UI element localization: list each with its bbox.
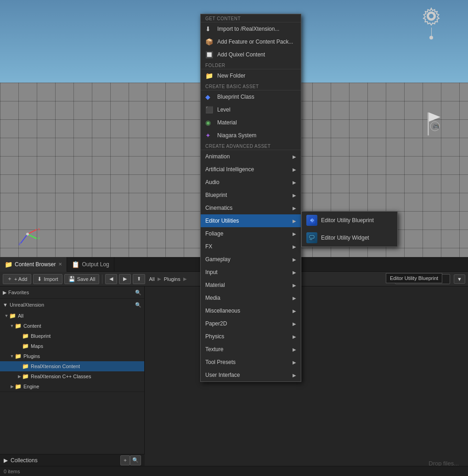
eu-blueprint-icon	[306, 215, 317, 226]
menu-item-add-quixel[interactable]: 🔲 Add Quixel Content	[201, 48, 301, 61]
nav-forward-button[interactable]: ▶	[119, 274, 131, 284]
tooltip: Editor Utility Blueprint	[386, 273, 442, 283]
context-menu: GET CONTENT ⬇ Import to /RealXtension...…	[200, 14, 301, 382]
import-button[interactable]: ⬇ Import	[33, 274, 62, 284]
submenu: Editor Utility Blueprint Editor Utility …	[301, 211, 398, 247]
collections-search-button[interactable]: 🔍	[130, 455, 141, 465]
menu-item-miscellaneous[interactable]: Miscellaneous ▶	[201, 304, 301, 317]
add-button[interactable]: ＋ + Add	[3, 274, 31, 284]
menu-item-add-quixel-label: Add Quixel Content	[217, 51, 265, 58]
animation-arrow: ▶	[293, 154, 296, 159]
menu-item-fx[interactable]: FX ▶	[201, 240, 301, 253]
menu-item-niagara[interactable]: ✦ Niagara System	[201, 129, 301, 142]
menu-item-animation[interactable]: Animation ▶	[201, 150, 301, 163]
import-icon: ⬇	[37, 276, 42, 282]
menu-item-user-interface-label: User Interface	[205, 372, 240, 378]
svg-line-6	[21, 234, 28, 243]
tree-item-realxtension-content[interactable]: 📁 RealXtension Content	[0, 361, 144, 371]
menu-item-editor-utilities[interactable]: Editor Utilities ▶	[201, 214, 301, 227]
svg-text:Y: Y	[38, 236, 40, 241]
tree-item-plugins[interactable]: ▼ 📁 Plugins	[0, 351, 144, 361]
import-content-icon: ⬇	[205, 25, 214, 33]
section-basic-asset: CREATE BASIC ASSET	[201, 82, 301, 90]
menu-item-media-label: Media	[205, 295, 220, 301]
menu-item-add-feature[interactable]: 📦 Add Feature or Content Pack...	[201, 35, 301, 48]
collections-add-button[interactable]: ＋	[120, 455, 130, 465]
svg-text:X: X	[38, 227, 40, 231]
nav-back-button[interactable]: ◀	[105, 274, 117, 284]
tree-item-blueprint[interactable]: 📁 Blueprint	[0, 331, 144, 341]
texture-arrow: ▶	[293, 347, 296, 352]
unrealxtension-search-icon[interactable]: 🔍	[135, 302, 141, 308]
menu-item-texture[interactable]: Texture ▶	[201, 343, 301, 356]
menu-item-user-interface[interactable]: User Interface ▶	[201, 369, 301, 381]
menu-item-material-adv-label: Material	[205, 282, 225, 288]
menu-item-audio-label: Audio	[205, 179, 220, 185]
menu-item-input[interactable]: Input ▶	[201, 266, 301, 279]
output-log-tab-icon: 📋	[72, 261, 79, 268]
filter-dropdown[interactable]: ▼	[454, 274, 465, 284]
content-browser-tab-close[interactable]: ✕	[58, 262, 62, 267]
tree-label-content: Content	[23, 323, 41, 329]
section-get-content: GET CONTENT	[201, 14, 301, 22]
svg-line-5	[28, 234, 37, 239]
tree-label-realxtension-cpp: RealXtension C++ Classes	[31, 374, 91, 379]
tree-item-engine[interactable]: ▶ 📁 Engine	[0, 381, 144, 392]
tree-item-maps[interactable]: 📁 Maps	[0, 341, 144, 351]
menu-item-audio[interactable]: Audio ▶	[201, 176, 301, 189]
section-advanced-asset: CREATE ADVANCED ASSET	[201, 142, 301, 150]
menu-item-new-folder[interactable]: 📁 New Folder	[201, 69, 301, 82]
favorites-collapse-icon: ▶	[3, 290, 6, 296]
menu-item-blueprint-class[interactable]: ◆ Blueprint Class	[201, 90, 301, 103]
menu-item-niagara-label: Niagara System	[217, 132, 256, 139]
menu-item-material-adv[interactable]: Material ▶	[201, 279, 301, 291]
tree-label-engine: Engine	[23, 384, 39, 389]
menu-item-foliage-label: Foliage	[205, 230, 223, 237]
tree-item-content[interactable]: ▼ 📁 Content	[0, 321, 144, 331]
tree-item-all[interactable]: ▼ 📁 All	[0, 311, 144, 321]
menu-item-tool-presets-label: Tool Presets	[205, 359, 236, 365]
nav-up-button[interactable]: ⬆	[133, 274, 145, 284]
status-bar: 0 items	[0, 466, 468, 476]
physics-arrow: ▶	[293, 334, 296, 339]
import-label: Import	[44, 276, 58, 282]
folder-icon-plugins: 📁	[15, 353, 22, 359]
favorites-header[interactable]: ▶ Favorites 🔍	[0, 286, 144, 298]
menu-item-tool-presets[interactable]: Tool Presets ▶	[201, 356, 301, 369]
eu-blueprint-label: Editor Utility Blueprint	[321, 217, 374, 224]
submenu-item-eu-blueprint[interactable]: Editor Utility Blueprint	[302, 212, 397, 229]
collections-expand-icon[interactable]: ▶	[4, 457, 8, 464]
menu-item-blueprint-adv-label: Blueprint	[205, 192, 227, 198]
submenu-item-eu-widget[interactable]: Editor Utility Widget	[302, 229, 397, 246]
menu-item-blueprint-adv[interactable]: Blueprint ▶	[201, 189, 301, 202]
menu-item-physics[interactable]: Physics ▶	[201, 330, 301, 343]
unrealxtension-header[interactable]: ▼ UnrealXtension 🔍	[0, 299, 144, 311]
tab-content-browser[interactable]: 📁 Content Browser ✕	[0, 257, 67, 272]
menu-item-material[interactable]: ◉ Material	[201, 116, 301, 129]
cinematics-arrow: ▶	[293, 206, 296, 211]
save-all-button[interactable]: 💾 Save All	[64, 274, 100, 284]
input-arrow: ▶	[293, 270, 296, 275]
menu-item-new-folder-label: New Folder	[217, 73, 245, 79]
editor-utilities-arrow: ▶	[293, 218, 296, 224]
menu-item-paper2d-label: Paper2D	[205, 320, 227, 327]
tree-arrow-content: ▼	[9, 324, 15, 328]
tree-item-realxtension-cpp[interactable]: ▶ 📁 RealXtension C++ Classes	[0, 371, 144, 381]
breadcrumb-plugins[interactable]: Plugins	[162, 275, 182, 283]
menu-item-paper2d[interactable]: Paper2D ▶	[201, 317, 301, 330]
folder-icon-engine: 📁	[15, 383, 22, 390]
favorites-search-icon[interactable]: 🔍	[135, 290, 141, 296]
menu-item-level[interactable]: ⬛ Level	[201, 103, 301, 116]
gear-icon	[417, 5, 445, 41]
menu-item-foliage[interactable]: Foliage ▶	[201, 227, 301, 240]
menu-item-media[interactable]: Media ▶	[201, 291, 301, 304]
menu-item-gameplay[interactable]: Gameplay ▶	[201, 253, 301, 266]
breadcrumb-all[interactable]: All	[147, 275, 156, 283]
miscellaneous-arrow: ▶	[293, 308, 296, 314]
menu-item-gameplay-label: Gameplay	[205, 256, 231, 263]
menu-item-cinematics[interactable]: Cinematics ▶	[201, 202, 301, 214]
menu-item-import[interactable]: ⬇ Import to /RealXtension...	[201, 22, 301, 35]
tab-output-log[interactable]: 📋 Output Log	[67, 257, 114, 272]
svg-line-4	[28, 230, 37, 234]
menu-item-ai[interactable]: Artificial Intelligence ▶	[201, 163, 301, 176]
